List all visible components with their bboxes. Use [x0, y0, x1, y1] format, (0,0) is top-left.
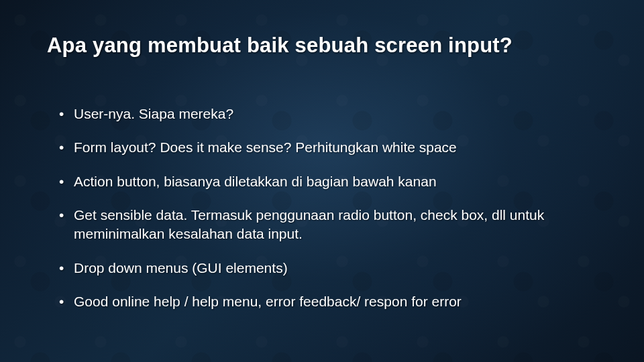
list-item: Action button, biasanya diletakkan di ba… — [59, 172, 597, 191]
list-item: Form layout? Does it make sense? Perhitu… — [59, 138, 597, 157]
presentation-slide: Apa yang membuat baik sebuah screen inpu… — [0, 0, 644, 362]
list-item: Get sensible data. Termasuk penggunaan r… — [59, 206, 597, 244]
list-item: Drop down menus (GUI elements) — [59, 259, 597, 278]
list-item: Good online help / help menu, error feed… — [59, 292, 597, 311]
list-item: User-nya. Siapa mereka? — [59, 105, 597, 123]
slide-title: Apa yang membuat baik sebuah screen inpu… — [47, 34, 597, 58]
bullet-list: User-nya. Siapa mereka? Form layout? Doe… — [47, 105, 597, 311]
